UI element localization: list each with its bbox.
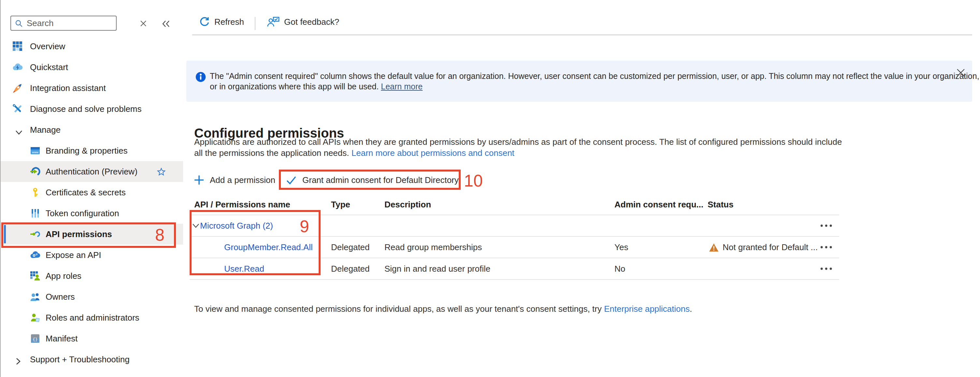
ellipsis-icon [820,246,832,249]
sidebar-item-label: API permissions [46,229,112,239]
sidebar-item-certificates-secrets[interactable]: Certificates & secrets [1,182,183,203]
refresh-button[interactable]: Refresh [199,16,244,27]
api-group-link[interactable]: Microsoft Graph (2) [200,221,273,230]
banner-learn-more-link[interactable]: Learn more [381,82,423,91]
feedback-button[interactable]: Got feedback? [267,16,339,27]
feedback-label: Got feedback? [284,17,339,27]
sidebar-item-label: Certificates & secrets [46,187,126,197]
code-icon: {} [30,333,40,344]
sidebar-item-label: Overview [30,42,65,51]
chevron-right-icon [15,356,25,367]
search-icon [15,19,23,27]
refresh-label: Refresh [215,17,244,27]
table-row-user-read: User.Read Delegated Sign in and read use… [189,258,839,280]
column-header-description: Description [385,200,431,209]
row-expand-chevron-icon[interactable] [192,223,199,228]
sidebar-item-label: Quickstart [30,62,68,72]
svg-text:www: www [32,151,38,154]
banner-close-icon[interactable] [956,68,966,77]
tools-icon [13,104,23,114]
sidebar-item-owners[interactable]: Owners [1,286,183,307]
favorite-star-icon[interactable] [157,167,165,179]
banner-line-1: The "Admin consent required" column show… [210,71,979,81]
admin-consent-required: Yes [614,242,628,252]
sliders-icon [30,208,40,219]
status-cell: Not granted for Default ... [709,242,818,252]
search-input[interactable]: Search [10,16,117,31]
toolbar-divider [255,17,255,30]
sidebar-item-token-configuration[interactable]: Token configuration [1,203,183,224]
sidebar-section-manage[interactable]: Manage [1,119,183,140]
azure-portal-api-permissions-page: Search Overview Quickstart Integration a… [0,0,980,377]
sidebar-item-authentication[interactable]: Authentication (Preview) [1,161,183,182]
sidebar-item-label: Token configuration [46,208,119,218]
browser-icon: www [30,145,40,156]
permission-type: Delegated [331,242,370,252]
warning-icon [709,243,719,252]
sidebar-item-label: Manifest [46,334,78,343]
authentication-icon [30,166,40,177]
column-header-type: Type [331,200,350,209]
refresh-icon [199,16,210,27]
permission-link[interactable]: GroupMember.Read.All [224,242,313,252]
overview-icon [13,41,23,51]
plus-icon [194,175,204,185]
feedback-icon [267,16,280,27]
info-icon [196,72,206,82]
sidebar-item-quickstart[interactable]: Quickstart [1,57,183,78]
sidebar-item-label: Diagnose and solve problems [30,104,142,114]
grant-admin-consent-button[interactable]: Grant admin consent for Default Director… [286,175,459,185]
sidebar-item-expose-api[interactable]: Expose an API [1,244,183,265]
sidebar-item-integration-assistant[interactable]: Integration assistant [1,78,183,99]
toolbar-bottom-divider [192,35,972,35]
description-line-2: all the permissions the application need… [194,148,842,158]
permissions-table: API / Permissions name Type Description … [189,196,839,280]
permission-description: Read group memberships [385,242,482,252]
sidebar-item-label: Expose an API [46,250,101,260]
sidebar-item-branding-properties[interactable]: www Branding & properties [1,140,183,161]
banner-line-2: or in organizations where this app will … [210,81,979,92]
enterprise-applications-link[interactable]: Enterprise applications [604,304,690,314]
info-banner: The "Admin consent required" column show… [186,61,972,102]
permissions-consent-link[interactable]: Learn more about permissions and consent [352,148,514,158]
row-menu-button[interactable] [819,242,834,252]
table-header: API / Permissions name Type Description … [189,196,839,215]
table-row-microsoft-graph: Microsoft Graph (2) [189,215,839,237]
ellipsis-icon [820,267,832,270]
column-header-name: API / Permissions name [194,200,290,209]
admin-consent-required: No [614,264,625,274]
sidebar-item-api-permissions[interactable]: API permissions [1,224,183,244]
column-header-admin-consent: Admin consent requ... [614,200,703,209]
cloud-gears-icon [30,250,40,260]
sidebar-section-support-troubleshooting[interactable]: Support + Troubleshooting [1,349,183,370]
sidebar-item-diagnose[interactable]: Diagnose and solve problems [1,99,183,119]
rocket-icon [13,83,23,93]
sidebar: Search Overview Quickstart Integration a… [0,0,183,377]
sidebar-item-label: Integration assistant [30,83,106,93]
table-row-groupmember-read-all: GroupMember.Read.All Delegated Read grou… [189,237,839,258]
sidebar-item-overview[interactable]: Overview [1,36,183,57]
sidebar-item-label: Roles and administrators [46,313,140,323]
sidebar-item-label: Owners [46,292,75,302]
annotation-label-10: 10 [464,172,483,189]
description-line-1: Applications are authorized to call APIs… [194,137,842,148]
sidebar-item-app-roles[interactable]: App roles [1,265,183,286]
key-icon [30,187,40,198]
sidebar-item-roles-administrators[interactable]: Roles and administrators [1,307,183,328]
grant-admin-consent-label: Grant admin consent for Default Director… [302,175,459,185]
sidebar-item-manifest[interactable]: {} Manifest [1,328,183,349]
permission-description: Sign in and read user profile [385,264,490,274]
ellipsis-icon [820,224,832,227]
permission-link[interactable]: User.Read [224,264,264,274]
quickstart-icon [13,62,23,72]
sidebar-collapse-icon[interactable] [160,18,172,29]
row-menu-button[interactable] [819,264,834,274]
chevron-down-icon [15,126,25,137]
permission-type: Delegated [331,264,370,274]
selected-indicator [4,225,6,243]
api-permissions-icon [30,229,40,240]
add-permission-button[interactable]: Add a permission [194,175,275,185]
sidebar-section-label: Manage [30,125,60,135]
row-menu-button[interactable] [819,220,834,231]
search-clear-icon[interactable] [137,18,149,29]
